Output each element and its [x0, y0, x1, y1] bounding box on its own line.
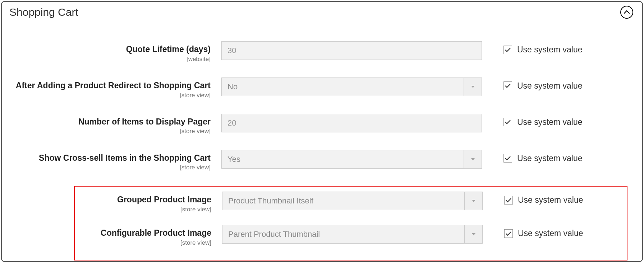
select-arrow [464, 225, 482, 243]
use-system-value-label: Use system value [517, 45, 583, 55]
row-grouped-image: Grouped Product Image [store view] Produ… [75, 192, 627, 213]
select-value: Product Thumbnail Itself [228, 196, 313, 206]
form-area: Quote Lifetime (days) [website] Use syst… [9, 22, 635, 260]
check-icon [505, 155, 511, 161]
check-icon [505, 119, 511, 125]
grouped-image-select[interactable]: Product Thumbnail Itself [222, 192, 483, 210]
redirect-to-cart-select[interactable]: No [221, 78, 482, 96]
select-value: Parent Product Thumbnail [228, 230, 320, 239]
field-scope: [store view] [9, 91, 211, 99]
field-scope: [website] [9, 55, 211, 63]
field-scope: [store view] [9, 127, 211, 135]
check-icon [505, 47, 511, 53]
check-icon [505, 197, 512, 203]
label-col: After Adding a Product Redirect to Shopp… [9, 78, 221, 99]
use-system-value-label: Use system value [517, 81, 583, 91]
field-label: Grouped Product Image [117, 195, 211, 204]
select-arrow [464, 150, 482, 168]
check-col: Use system value [483, 192, 626, 205]
field-scope: [store view] [75, 239, 211, 247]
row-items-pager: Number of Items to Display Pager [store … [9, 114, 635, 136]
label-col: Grouped Product Image [store view] [75, 192, 222, 213]
use-system-value-label: Use system value [518, 229, 583, 238]
use-system-value-checkbox[interactable] [503, 46, 512, 54]
field-label: Show Cross-sell Items in the Shopping Ca… [39, 153, 211, 163]
select-arrow [464, 192, 482, 210]
check-col: Use system value [482, 78, 626, 91]
items-pager-input[interactable] [221, 114, 482, 132]
field-scope: [store view] [75, 206, 211, 213]
use-system-value-checkbox[interactable] [503, 81, 512, 90]
section-title: Shopping Cart [9, 6, 78, 18]
use-system-value-checkbox[interactable] [503, 118, 512, 126]
check-col: Use system value [482, 150, 626, 163]
field-scope: [store view] [9, 164, 211, 172]
field-label: Number of Items to Display Pager [78, 117, 211, 126]
label-col: Show Cross-sell Items in the Shopping Ca… [9, 150, 221, 172]
row-quote-lifetime: Quote Lifetime (days) [website] Use syst… [9, 41, 635, 63]
use-system-value-label: Use system value [517, 154, 583, 163]
label-col: Quote Lifetime (days) [website] [9, 41, 221, 63]
check-icon [505, 83, 511, 89]
use-system-value-label: Use system value [517, 117, 583, 127]
quote-lifetime-input[interactable] [221, 41, 482, 60]
row-redirect-to-cart: After Adding a Product Redirect to Shopp… [9, 78, 635, 99]
select-value: No [227, 82, 238, 91]
cross-sell-select[interactable]: Yes [221, 150, 482, 169]
input-col: Parent Product Thumbnail [222, 225, 483, 244]
caret-down-icon [470, 85, 475, 89]
input-col: No [221, 78, 482, 96]
use-system-value-checkbox[interactable] [504, 229, 513, 238]
field-label: Quote Lifetime (days) [126, 44, 211, 54]
label-col: Configurable Product Image [store view] [75, 225, 222, 247]
check-col: Use system value [482, 114, 626, 127]
input-col [221, 41, 482, 60]
caret-down-icon [470, 158, 475, 161]
input-col [221, 114, 482, 132]
select-arrow [464, 78, 482, 96]
check-icon [505, 231, 512, 236]
check-col: Use system value [483, 225, 626, 238]
shopping-cart-section: Shopping Cart Quote Lifetime (days) [web… [1, 1, 643, 262]
configurable-image-select[interactable]: Parent Product Thumbnail [222, 225, 483, 244]
field-label: Configurable Product Image [101, 228, 211, 238]
row-cross-sell: Show Cross-sell Items in the Shopping Ca… [9, 150, 635, 172]
use-system-value-checkbox[interactable] [504, 196, 513, 205]
input-col: Yes [221, 150, 482, 169]
section-header: Shopping Cart [9, 6, 635, 22]
input-col: Product Thumbnail Itself [222, 192, 483, 210]
caret-down-icon [471, 199, 476, 203]
highlight-box: Grouped Product Image [store view] Produ… [74, 186, 627, 260]
collapse-button[interactable] [620, 6, 633, 19]
row-configurable-image: Configurable Product Image [store view] … [75, 225, 627, 247]
select-value: Yes [227, 155, 240, 164]
use-system-value-label: Use system value [518, 195, 583, 205]
label-col: Number of Items to Display Pager [store … [9, 114, 221, 136]
use-system-value-checkbox[interactable] [503, 154, 512, 163]
caret-down-icon [471, 233, 476, 236]
chevron-up-icon [624, 10, 630, 14]
field-label: After Adding a Product Redirect to Shopp… [16, 81, 211, 90]
check-col: Use system value [482, 41, 626, 55]
